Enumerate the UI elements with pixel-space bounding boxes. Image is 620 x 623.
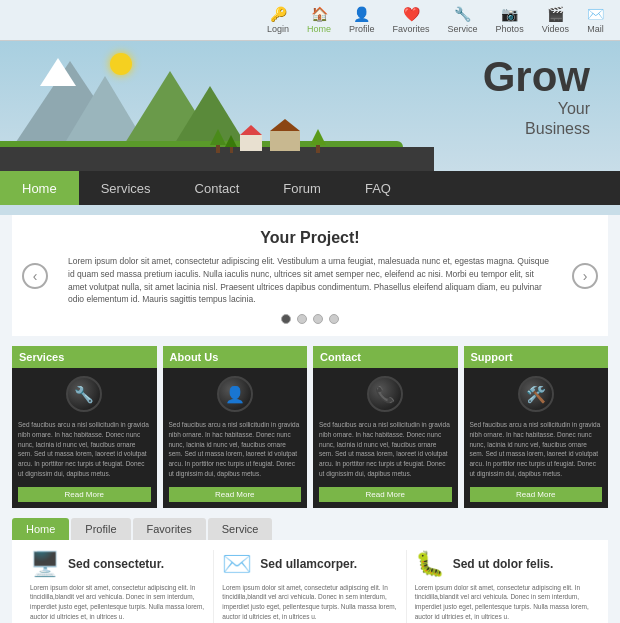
house-2: [270, 119, 300, 151]
card-about: About Us 👤 Sed faucibus arcu a nisl soll…: [163, 346, 308, 508]
topnav-videos-label: Videos: [542, 24, 569, 34]
topnav-login[interactable]: 🔑 Login: [267, 6, 289, 34]
tree-3: [310, 129, 326, 153]
mainnav-services[interactable]: Services: [79, 171, 173, 205]
card-about-text: Sed faucibus arcu a nisl sollicitudin in…: [163, 416, 308, 483]
mainnav-faq[interactable]: FAQ: [343, 171, 413, 205]
mainnav-contact[interactable]: Contact: [173, 171, 262, 205]
feature-2-icon: ✉️: [222, 550, 252, 578]
tabs-bar: Home Profile Favorites Service: [12, 518, 608, 540]
card-contact-btn[interactable]: Read More: [319, 487, 452, 502]
slider-dot-1[interactable]: [281, 314, 291, 324]
cards-section: Services 🔧 Sed faucibus arcu a nisl soll…: [12, 346, 608, 508]
main-navigation: Home Services Contact Forum FAQ: [0, 171, 620, 205]
card-services-title: Services: [12, 346, 157, 368]
card-about-title: About Us: [163, 346, 308, 368]
card-services: Services 🔧 Sed faucibus arcu a nisl soll…: [12, 346, 157, 508]
content-area: ‹ › Your Project! Lorem ipsum dolor sit …: [0, 215, 620, 623]
tab-service[interactable]: Service: [208, 518, 273, 540]
top-navigation: 🔑 Login 🏠 Home 👤 Profile ❤️ Favorites 🔧 …: [0, 0, 620, 41]
mainnav-forum[interactable]: Forum: [261, 171, 343, 205]
card-contact-text: Sed faucibus arcu a nisl sollicitudin in…: [313, 416, 458, 483]
hero-subtitle2: Business: [483, 120, 590, 138]
tab-favorites[interactable]: Favorites: [133, 518, 206, 540]
feature-3-title: Sed ut dolor felis.: [453, 557, 554, 571]
hero-title: Grow: [483, 56, 590, 98]
feature-1-text: Lorem ipsum dolor sit amet, consectetur …: [30, 583, 205, 622]
topnav-favorites[interactable]: ❤️ Favorites: [393, 6, 430, 34]
hero-section: Grow Your Business: [0, 41, 620, 171]
topnav-profile-label: Profile: [349, 24, 375, 34]
card-contact-title: Contact: [313, 346, 458, 368]
topnav-service[interactable]: 🔧 Service: [448, 6, 478, 34]
topnav-home[interactable]: 🏠 Home: [307, 6, 331, 34]
topnav-photos[interactable]: 📷 Photos: [496, 6, 524, 34]
mail-icon: ✉️: [587, 6, 604, 22]
service-icon: 🔧: [454, 6, 471, 22]
feature-3-header: 🐛 Sed ut dolor felis.: [415, 550, 590, 578]
card-services-icon-area: 🔧: [12, 368, 157, 416]
login-icon: 🔑: [270, 6, 287, 22]
card-services-text: Sed faucibus arcu a nisl sollicitudin in…: [12, 416, 157, 483]
feature-2-header: ✉️ Sed ullamcorper.: [222, 550, 397, 578]
slider-dot-4[interactable]: [329, 314, 339, 324]
tab-home[interactable]: Home: [12, 518, 69, 540]
card-contact-icon-area: 📞: [313, 368, 458, 416]
slider-dots: [28, 314, 592, 324]
feature-col-2: ✉️ Sed ullamcorper. Lorem ipsum dolor si…: [214, 550, 406, 624]
topnav-favorites-label: Favorites: [393, 24, 430, 34]
feature-col-1: 🖥️ Sed consectetur. Lorem ipsum dolor si…: [22, 550, 214, 624]
slider-prev-button[interactable]: ‹: [22, 263, 48, 289]
card-support-icon-area: 🛠️: [464, 368, 609, 416]
feature-3-icon: 🐛: [415, 550, 445, 578]
topnav-mail[interactable]: ✉️ Mail: [587, 6, 604, 34]
topnav-videos[interactable]: 🎬 Videos: [542, 6, 569, 34]
card-contact-icon: 📞: [367, 376, 403, 412]
slider-section: ‹ › Your Project! Lorem ipsum dolor sit …: [12, 215, 608, 336]
card-contact: Contact 📞 Sed faucibus arcu a nisl solli…: [313, 346, 458, 508]
topnav-login-label: Login: [267, 24, 289, 34]
topnav-photos-label: Photos: [496, 24, 524, 34]
card-support: Support 🛠️ Sed faucibus arcu a nisl soll…: [464, 346, 609, 508]
videos-icon: 🎬: [547, 6, 564, 22]
card-about-icon-area: 👤: [163, 368, 308, 416]
features-row: 🖥️ Sed consectetur. Lorem ipsum dolor si…: [12, 540, 608, 624]
slider-dot-2[interactable]: [297, 314, 307, 324]
card-support-btn[interactable]: Read More: [470, 487, 603, 502]
feature-3-text: Lorem ipsum dolor sit amet, consectetur …: [415, 583, 590, 622]
topnav-profile[interactable]: 👤 Profile: [349, 6, 375, 34]
feature-1-header: 🖥️ Sed consectetur.: [30, 550, 205, 578]
card-services-btn[interactable]: Read More: [18, 487, 151, 502]
tab-profile[interactable]: Profile: [71, 518, 130, 540]
topnav-service-label: Service: [448, 24, 478, 34]
card-about-icon: 👤: [217, 376, 253, 412]
mainnav-home[interactable]: Home: [0, 171, 79, 205]
feature-col-3: 🐛 Sed ut dolor felis. Lorem ipsum dolor …: [407, 550, 598, 624]
slider-dot-3[interactable]: [313, 314, 323, 324]
card-support-text: Sed faucibus arcu a nisl sollicitudin in…: [464, 416, 609, 483]
slider-text: Lorem ipsum dolor sit amet, consectetur …: [68, 255, 552, 306]
card-support-title: Support: [464, 346, 609, 368]
card-about-btn[interactable]: Read More: [169, 487, 302, 502]
feature-2-text: Lorem ipsum dolor sit amet, consectetur …: [222, 583, 397, 622]
hero-subtitle1: Your: [483, 100, 590, 118]
topnav-home-label: Home: [307, 24, 331, 34]
card-services-icon: 🔧: [66, 376, 102, 412]
tree-2: [225, 135, 237, 153]
slider-title: Your Project!: [28, 229, 592, 247]
card-support-icon: 🛠️: [518, 376, 554, 412]
favorites-icon: ❤️: [403, 6, 420, 22]
slider-next-button[interactable]: ›: [572, 263, 598, 289]
tree-1: [210, 129, 226, 153]
photos-icon: 📷: [501, 6, 518, 22]
feature-2-title: Sed ullamcorper.: [260, 557, 357, 571]
house-1: [240, 125, 262, 151]
topnav-mail-label: Mail: [587, 24, 604, 34]
home-icon: 🏠: [311, 6, 328, 22]
feature-1-title: Sed consectetur.: [68, 557, 164, 571]
hero-text-block: Grow Your Business: [483, 56, 590, 138]
profile-icon: 👤: [353, 6, 370, 22]
feature-1-icon: 🖥️: [30, 550, 60, 578]
